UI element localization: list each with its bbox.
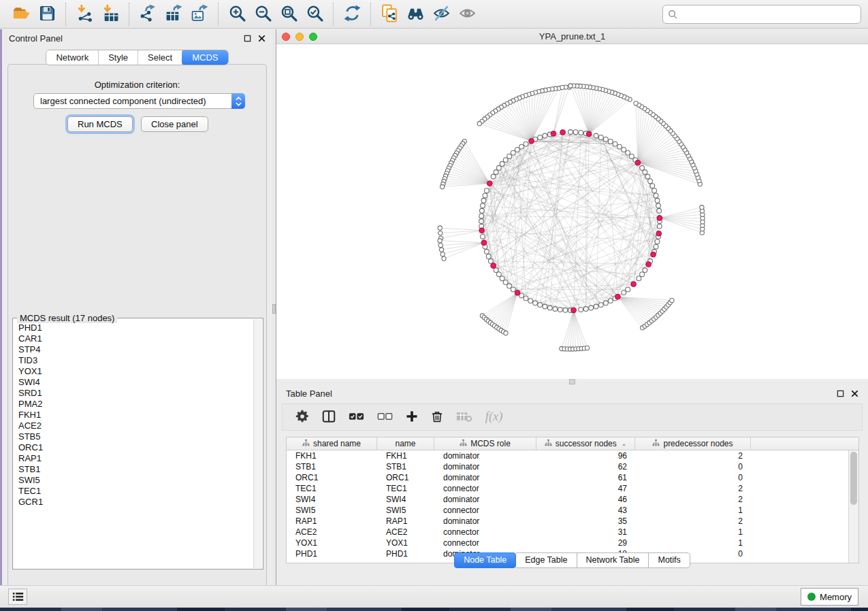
- export-image-button[interactable]: [187, 3, 212, 26]
- table-cell[interactable]: 2: [635, 484, 751, 493]
- table-row[interactable]: FKH1FKH1dominator962: [287, 450, 848, 461]
- table-cell[interactable]: dominator: [434, 516, 536, 526]
- delete-row-button[interactable]: [430, 409, 444, 426]
- zoom-out-button[interactable]: [250, 3, 276, 26]
- table-cell[interactable]: dominator: [434, 473, 536, 482]
- tab-edge-table[interactable]: Edge Table: [516, 552, 577, 568]
- table-cell[interactable]: 62: [536, 462, 635, 472]
- mcds-result-item[interactable]: PMA2: [14, 399, 252, 410]
- export-network-button[interactable]: [135, 3, 161, 26]
- run-mcds-button[interactable]: Run MCDS: [67, 116, 133, 132]
- tab-style[interactable]: Style: [99, 50, 138, 65]
- import-table-button[interactable]: [97, 3, 123, 26]
- add-row-button[interactable]: [405, 409, 419, 426]
- criterion-select[interactable]: largest connected component (undirected): [33, 93, 245, 109]
- mcds-result-item[interactable]: SWI4: [14, 377, 252, 388]
- table-row[interactable]: TEC1TEC1connector472: [287, 483, 848, 494]
- network-graph[interactable]: [276, 44, 868, 378]
- table-cell[interactable]: SWI5: [377, 506, 434, 515]
- show-columns-button[interactable]: [321, 409, 336, 426]
- table-cell[interactable]: connector: [434, 484, 536, 493]
- zoom-fit-button[interactable]: [276, 3, 302, 26]
- close-panel-icon[interactable]: [851, 390, 858, 397]
- table-cell[interactable]: 35: [536, 516, 635, 526]
- float-panel-icon[interactable]: [244, 35, 251, 42]
- apply-layout-button[interactable]: [339, 3, 365, 26]
- table-cell[interactable]: ACE2: [377, 527, 434, 537]
- table-row[interactable]: ORC1ORC1dominator610: [287, 472, 848, 483]
- select-all-rows-button[interactable]: [348, 409, 365, 426]
- mcds-result-item[interactable]: FKH1: [14, 410, 252, 420]
- table-cell[interactable]: dominator: [434, 451, 536, 461]
- table-cell[interactable]: TEC1: [287, 484, 377, 493]
- mcds-result-item[interactable]: RAP1: [14, 453, 252, 464]
- save-session-button[interactable]: [34, 3, 60, 26]
- table-cell[interactable]: RAP1: [287, 516, 377, 526]
- mcds-result-item[interactable]: ACE2: [14, 420, 252, 431]
- table-cell[interactable]: 29: [536, 538, 635, 548]
- table-row[interactable]: SWI5SWI5connector431: [287, 505, 848, 516]
- table-row[interactable]: RAP1RAP1dominator352: [287, 516, 848, 527]
- table-cell[interactable]: 2: [635, 516, 751, 526]
- table-cell[interactable]: FKH1: [377, 451, 434, 461]
- mcds-result-item[interactable]: PHD1: [14, 323, 252, 333]
- table-cell[interactable]: SWI4: [287, 495, 377, 504]
- import-network-button[interactable]: [71, 3, 97, 26]
- search-input[interactable]: [678, 7, 861, 22]
- table-cell[interactable]: connector: [434, 527, 536, 537]
- mcds-result-item[interactable]: STB5: [14, 431, 252, 442]
- network-canvas[interactable]: [276, 44, 868, 378]
- table-row[interactable]: YOX1YOX1connector291: [287, 538, 848, 548]
- table-cell[interactable]: ACE2: [287, 527, 377, 537]
- table-cell[interactable]: dominator: [434, 495, 536, 504]
- table-row[interactable]: ACE2ACE2connector311: [287, 527, 848, 538]
- table-cell[interactable]: 2: [635, 451, 751, 461]
- tab-node-table[interactable]: Node Table: [454, 552, 516, 568]
- column-header-shared-name[interactable]: shared name: [287, 437, 377, 450]
- table-cell[interactable]: RAP1: [377, 516, 434, 526]
- mcds-list-scrollbar[interactable]: [253, 319, 262, 568]
- table-cell[interactable]: 0: [635, 462, 751, 472]
- zoom-in-button[interactable]: [224, 3, 250, 26]
- table-cell[interactable]: 1: [635, 538, 751, 548]
- task-history-button[interactable]: [8, 589, 27, 605]
- table-cell[interactable]: SWI5: [287, 506, 377, 515]
- table-cell[interactable]: connector: [434, 538, 536, 548]
- table-row[interactable]: SWI4SWI4dominator462: [287, 494, 848, 505]
- table-cell[interactable]: 96: [536, 451, 635, 461]
- hide-selected-button[interactable]: [428, 3, 454, 26]
- clone-network-button[interactable]: [376, 3, 402, 26]
- vertical-splitter-grip[interactable]: [272, 304, 276, 314]
- column-header-predecessor-nodes[interactable]: predecessor nodes: [635, 437, 751, 450]
- table-cell[interactable]: ORC1: [377, 473, 434, 482]
- mcds-result-item[interactable]: STB1: [14, 464, 252, 475]
- zoom-selected-button[interactable]: [302, 3, 327, 26]
- show-all-button[interactable]: [454, 3, 480, 26]
- table-cell[interactable]: 47: [536, 484, 635, 493]
- table-settings-gear-button[interactable]: [295, 409, 310, 426]
- horizontal-splitter-grip[interactable]: [569, 379, 575, 384]
- table-cell[interactable]: 31: [536, 527, 635, 537]
- table-cell[interactable]: 43: [536, 506, 635, 515]
- column-header-MCDS-role[interactable]: MCDS role: [434, 437, 536, 450]
- mcds-result-item[interactable]: YOX1: [14, 366, 252, 377]
- tab-mcds[interactable]: MCDS: [182, 50, 228, 65]
- mcds-result-item[interactable]: TID3: [14, 355, 252, 366]
- column-header-name[interactable]: name: [377, 437, 434, 450]
- tab-motifs[interactable]: Motifs: [649, 552, 690, 568]
- mcds-result-item[interactable]: CAR1: [14, 333, 252, 344]
- mcds-result-item[interactable]: ORC1: [14, 442, 252, 453]
- table-cell[interactable]: 1: [635, 506, 751, 515]
- deselect-all-rows-button[interactable]: [376, 409, 393, 426]
- table-cell[interactable]: SWI4: [377, 495, 434, 504]
- table-cell[interactable]: 2: [635, 495, 751, 504]
- tab-network[interactable]: Network: [46, 50, 99, 65]
- table-cell[interactable]: 0: [635, 473, 751, 482]
- float-panel-icon[interactable]: [837, 390, 844, 397]
- table-cell[interactable]: connector: [434, 506, 536, 515]
- table-cell[interactable]: 46: [536, 495, 635, 504]
- mcds-result-item[interactable]: SRD1: [14, 388, 252, 399]
- table-cell[interactable]: TEC1: [377, 484, 434, 493]
- search-binoculars-button[interactable]: [402, 3, 428, 26]
- close-panel-button[interactable]: Close panel: [141, 116, 208, 132]
